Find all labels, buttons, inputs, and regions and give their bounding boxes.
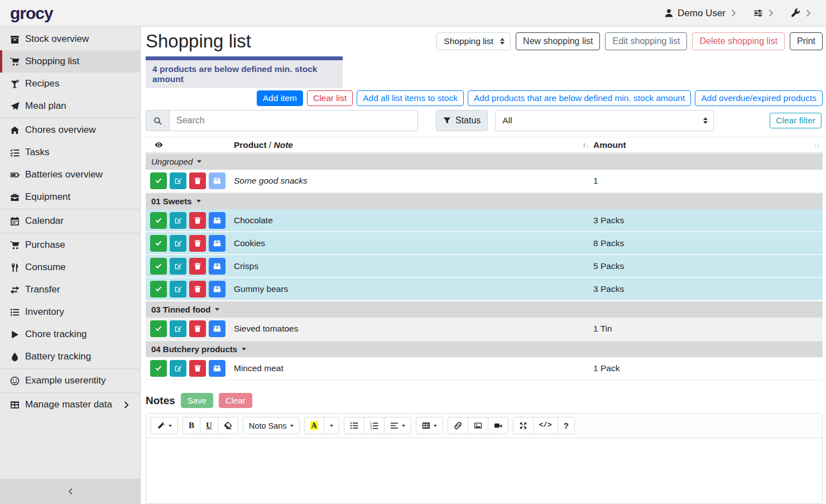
font-color-caret-button[interactable]: [324, 417, 339, 434]
add-to-stock-button[interactable]: [209, 320, 225, 337]
delete-item-button[interactable]: [189, 320, 206, 337]
delete-item-button[interactable]: [189, 360, 206, 377]
sidebar-item-purchase[interactable]: Purchase: [0, 234, 140, 256]
sidebar-item-consume[interactable]: Consume: [0, 256, 140, 279]
add-all-items-to-stock-button[interactable]: Add all list items to stock: [357, 90, 464, 106]
delete-item-button[interactable]: [189, 172, 206, 189]
edit-shopping-list-button[interactable]: Edit shopping list: [605, 32, 687, 50]
sidebar-item-tasks[interactable]: Tasks: [0, 141, 140, 164]
notes-save-button[interactable]: Save: [181, 393, 213, 408]
edit-item-button[interactable]: [170, 258, 186, 275]
table-icon: [9, 400, 20, 410]
mark-done-button[interactable]: [150, 258, 167, 275]
clear-formatting-button[interactable]: [218, 417, 238, 434]
add-overdue-expired-button[interactable]: Add overdue/expired products: [695, 90, 823, 106]
settings-menu[interactable]: [753, 8, 776, 18]
add-to-stock-button[interactable]: [209, 212, 225, 229]
sidebar-item-chores-overview[interactable]: Chores overview: [0, 119, 140, 141]
sidebar-item-manage-master-data[interactable]: Manage master data: [0, 393, 140, 416]
mark-done-button[interactable]: [150, 320, 167, 337]
delete-item-button[interactable]: [189, 212, 206, 229]
add-item-button[interactable]: Add item: [257, 90, 303, 106]
add-to-stock-button[interactable]: [209, 172, 225, 189]
mark-done-button[interactable]: [150, 212, 167, 229]
sidebar-item-chore-tracking[interactable]: Chore tracking: [0, 323, 140, 345]
toolbar-group: </>?: [513, 417, 575, 434]
underline-button[interactable]: U: [200, 417, 218, 434]
video-button[interactable]: [488, 417, 508, 434]
sidebar-collapse-button[interactable]: [0, 479, 140, 504]
sidebar-item-batteries-overview[interactable]: Batteries overview: [0, 164, 140, 186]
status-filter-button[interactable]: Status: [436, 110, 488, 131]
clear-list-button[interactable]: Clear list: [307, 90, 353, 106]
group-header-04-butchery-products[interactable]: 04 Butchery products: [146, 341, 823, 357]
style-button[interactable]: [151, 417, 178, 434]
add-below-min-stock-button[interactable]: Add products that are below defined min.…: [468, 90, 691, 106]
sidebar-item-inventory[interactable]: Inventory: [0, 301, 140, 323]
status-select[interactable]: All: [495, 110, 714, 131]
mark-done-button[interactable]: [150, 281, 167, 297]
fullscreen-button[interactable]: [513, 417, 534, 434]
editor-content-area[interactable]: [146, 438, 822, 503]
sidebar-item-transfer[interactable]: Transfer: [0, 279, 140, 301]
toolbar-group: Noto Sans: [243, 417, 300, 434]
mark-done-button[interactable]: [150, 172, 167, 189]
codeview-button[interactable]: </>: [533, 417, 558, 434]
mark-done-button[interactable]: [150, 360, 167, 377]
shopping-list-select[interactable]: Shopping list: [436, 32, 511, 50]
new-shopping-list-button[interactable]: New shopping list: [516, 32, 600, 50]
font-family-button[interactable]: Noto Sans: [243, 417, 300, 434]
insert-table-button[interactable]: [416, 417, 443, 434]
add-to-stock-button[interactable]: [209, 258, 225, 275]
sidebar-item-example-userentity[interactable]: Example userentity: [0, 369, 140, 392]
delete-item-button[interactable]: [189, 281, 206, 297]
product-name: Sieved tomatoes: [234, 324, 298, 334]
notes-clear-button[interactable]: Clear: [219, 393, 252, 408]
ordered-list-button[interactable]: 123: [364, 417, 385, 434]
help-button[interactable]: ?: [558, 417, 575, 434]
sidebar-item-equipment[interactable]: Equipment: [0, 186, 140, 208]
shopping-list-row-some-good-snacks: Some good snacks1: [146, 170, 823, 193]
edit-item-button[interactable]: [170, 281, 186, 297]
search-input[interactable]: [169, 110, 418, 131]
group-header-03-tinned-food[interactable]: 03 Tinned food: [146, 301, 823, 318]
add-to-stock-button[interactable]: [209, 281, 225, 297]
sidebar-item-stock-overview[interactable]: Stock overview: [0, 28, 140, 50]
toolbox-icon: [9, 193, 20, 202]
admin-menu[interactable]: [791, 8, 814, 18]
delete-item-button[interactable]: [189, 235, 206, 252]
caret-down-icon: [196, 200, 201, 203]
sidebar-item-shopping-list[interactable]: Shopping list: [0, 50, 140, 73]
picture-button[interactable]: [468, 417, 488, 434]
link-button[interactable]: [448, 417, 468, 434]
delete-shopping-list-button[interactable]: Delete shopping list: [692, 32, 785, 50]
add-to-stock-button[interactable]: [209, 235, 225, 252]
print-button[interactable]: Print: [790, 32, 823, 50]
edit-item-button[interactable]: [170, 360, 186, 377]
delete-item-button[interactable]: [189, 258, 206, 275]
amount-column-header[interactable]: Amount: [593, 140, 626, 150]
paragraph-button[interactable]: [384, 417, 411, 434]
mark-done-button[interactable]: [150, 235, 167, 252]
clear-filter-button[interactable]: Clear filter: [770, 113, 822, 128]
product-column-header[interactable]: Product / Note: [234, 140, 293, 150]
sidebar-item-calendar[interactable]: Calendar: [0, 210, 140, 232]
unordered-list-button[interactable]: [344, 417, 364, 434]
group-header-01-sweets[interactable]: 01 Sweets: [146, 193, 823, 209]
group-header-ungrouped[interactable]: Ungrouped: [146, 153, 823, 170]
edit-item-button[interactable]: [170, 212, 186, 229]
amount-value: 3 Packs: [593, 284, 624, 294]
sidebar-item-meal-plan[interactable]: Meal plan: [0, 95, 140, 117]
sidebar-item-recipes[interactable]: Recipes: [0, 73, 140, 95]
edit-item-button[interactable]: [170, 172, 186, 189]
user-menu[interactable]: Demo User: [664, 8, 739, 19]
amount-sort-icon[interactable]: ↑↓: [814, 141, 820, 149]
sidebar-item-battery-tracking[interactable]: Battery tracking: [0, 345, 140, 368]
product-sort-icon[interactable]: ↑↓: [583, 141, 589, 149]
bold-button[interactable]: B: [183, 417, 200, 434]
add-to-stock-button[interactable]: [209, 360, 225, 377]
check-icon: [155, 217, 162, 224]
edit-item-button[interactable]: [170, 320, 186, 337]
font-color-button[interactable]: A: [304, 417, 324, 434]
edit-item-button[interactable]: [170, 235, 186, 252]
